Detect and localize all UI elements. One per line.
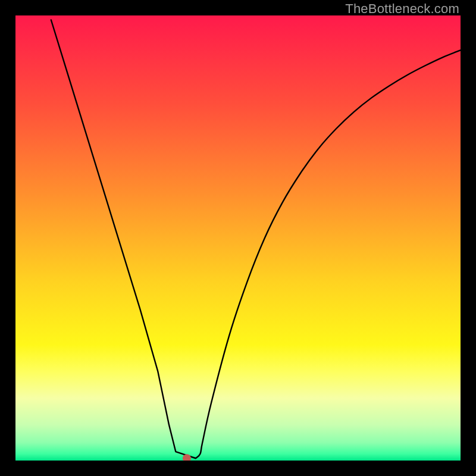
plot-svg [15, 15, 461, 461]
plot-frame [15, 15, 461, 461]
watermark-text: TheBottleneck.com [345, 1, 459, 17]
chart-container: TheBottleneck.com [0, 0, 476, 476]
